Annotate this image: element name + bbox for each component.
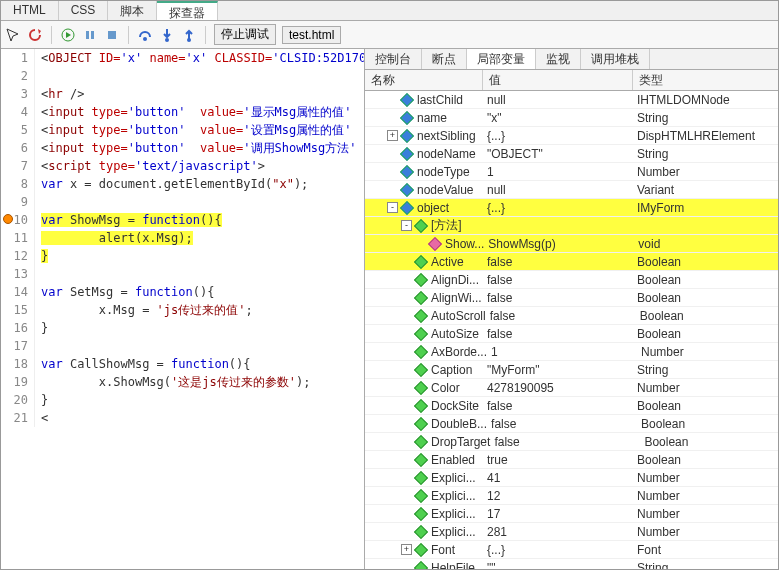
step-over-icon[interactable] [137, 27, 153, 43]
property-row[interactable]: DropTargetfalseBoolean [365, 433, 778, 451]
property-row[interactable]: Color4278190095Number [365, 379, 778, 397]
property-name: DockSite [431, 399, 479, 413]
property-name: object [417, 201, 449, 215]
step-into-icon[interactable] [159, 27, 175, 43]
header-type[interactable]: 类型 [633, 70, 778, 90]
property-row[interactable]: +Font{...}Font [365, 541, 778, 559]
property-row[interactable]: -[方法] [365, 217, 778, 235]
code-line[interactable]: 16} [1, 319, 364, 337]
property-row[interactable]: AutoSizefalseBoolean [365, 325, 778, 343]
expander-icon[interactable]: + [387, 130, 398, 141]
property-row[interactable]: AutoScrollfalseBoolean [365, 307, 778, 325]
code-line[interactable]: 7<script type='text/javascript'> [1, 157, 364, 175]
property-row[interactable]: AlignDi...falseBoolean [365, 271, 778, 289]
expander-icon[interactable]: - [387, 202, 398, 213]
play-icon[interactable] [60, 27, 76, 43]
code-line[interactable]: 13 [1, 265, 364, 283]
tab-script[interactable]: 脚本 [108, 1, 157, 20]
tab-locals[interactable]: 局部变量 [467, 49, 536, 69]
code-line[interactable]: 12} [1, 247, 364, 265]
expander-icon[interactable]: + [401, 544, 412, 555]
property-type: Font [633, 543, 778, 557]
property-value: "OBJECT" [483, 147, 633, 161]
file-button[interactable]: test.html [282, 26, 341, 44]
property-row[interactable]: AlignWi...falseBoolean [365, 289, 778, 307]
property-body[interactable]: lastChildnullIHTMLDOMNodename"x"String+n… [365, 91, 778, 569]
code-line[interactable]: 20} [1, 391, 364, 409]
property-row[interactable]: Show...ShowMsg(p)void [365, 235, 778, 253]
code-line[interactable]: 17 [1, 337, 364, 355]
code-line[interactable]: 2 [1, 67, 364, 85]
tab-callstack[interactable]: 调用堆栈 [581, 49, 650, 69]
code-text [35, 193, 364, 211]
property-type: IMyForm [633, 201, 778, 215]
property-icon [414, 452, 428, 466]
tab-watch[interactable]: 监视 [536, 49, 581, 69]
property-value: 4278190095 [483, 381, 633, 395]
property-row[interactable]: DockSitefalseBoolean [365, 397, 778, 415]
code-line[interactable]: 1<OBJECT ID='x' name='x' CLASSID='CLSID:… [1, 49, 364, 67]
tab-css[interactable]: CSS [59, 1, 109, 20]
stop-debug-button[interactable]: 停止调试 [214, 24, 276, 45]
property-name: Show... [445, 237, 484, 251]
property-row[interactable]: -object{...}IMyForm [365, 199, 778, 217]
code-line[interactable]: 8var x = document.getElementById("x"); [1, 175, 364, 193]
property-row[interactable]: HelpFile""String [365, 559, 778, 569]
refresh-icon[interactable] [27, 27, 43, 43]
code-line[interactable]: 10var ShowMsg = function(){ [1, 211, 364, 229]
breakpoint-icon[interactable] [3, 214, 13, 224]
property-row[interactable]: Explici...17Number [365, 505, 778, 523]
code-line[interactable]: 14var SetMsg = function(){ [1, 283, 364, 301]
stop-icon[interactable] [104, 27, 120, 43]
property-row[interactable]: nodeValuenullVariant [365, 181, 778, 199]
property-row[interactable]: Explici...12Number [365, 487, 778, 505]
code-line[interactable]: 11 alert(x.Msg); [1, 229, 364, 247]
property-row[interactable]: Caption"MyForm"String [365, 361, 778, 379]
pointer-icon[interactable] [5, 27, 21, 43]
step-out-icon[interactable] [181, 27, 197, 43]
header-name[interactable]: 名称 [365, 70, 483, 90]
code-line[interactable]: 6<input type='button' value='调用ShowMsg方法… [1, 139, 364, 157]
property-row[interactable]: Explici...41Number [365, 469, 778, 487]
tab-html[interactable]: HTML [1, 1, 59, 20]
pause-icon[interactable] [82, 27, 98, 43]
line-number: 9 [1, 193, 35, 211]
property-row[interactable]: ActivefalseBoolean [365, 253, 778, 271]
code-line[interactable]: 18var CallShowMsg = function(){ [1, 355, 364, 373]
tab-breakpoints[interactable]: 断点 [422, 49, 467, 69]
property-row[interactable]: EnabledtrueBoolean [365, 451, 778, 469]
property-row[interactable]: +nextSibling{...}DispHTMLHRElement [365, 127, 778, 145]
property-value: false [483, 327, 633, 341]
code-line[interactable]: 15 x.Msg = 'js传过来的值'; [1, 301, 364, 319]
property-row[interactable]: AxBorde...1Number [365, 343, 778, 361]
code-line[interactable]: 9 [1, 193, 364, 211]
code-line[interactable]: 4<input type='button' value='显示Msg属性的值' … [1, 103, 364, 121]
property-name: Explici... [431, 507, 476, 521]
code-line[interactable]: 5<input type='button' value='设置Msg属性的值' … [1, 121, 364, 139]
property-value: null [483, 93, 633, 107]
property-row[interactable]: nodeName"OBJECT"String [365, 145, 778, 163]
property-row[interactable]: nodeType1Number [365, 163, 778, 181]
code-line[interactable]: 3<hr /> [1, 85, 364, 103]
tab-inspector[interactable]: 探查器 [157, 1, 218, 20]
property-value: ShowMsg(p) [484, 237, 634, 251]
code-text: <input type='button' value='显示Msg属性的值' o… [35, 103, 364, 121]
property-value: false [487, 417, 637, 431]
tab-console[interactable]: 控制台 [365, 49, 422, 69]
property-icon [414, 254, 428, 268]
header-value[interactable]: 值 [483, 70, 633, 90]
expander-icon[interactable]: - [401, 220, 412, 231]
code-line[interactable]: 19 x.ShowMsg('这是js传过来的参数'); [1, 373, 364, 391]
property-row[interactable]: lastChildnullIHTMLDOMNode [365, 91, 778, 109]
property-name: Enabled [431, 453, 475, 467]
line-number: 18 [1, 355, 35, 373]
property-row[interactable]: DoubleB...falseBoolean [365, 415, 778, 433]
property-type: Boolean [633, 291, 778, 305]
property-name: nodeName [417, 147, 476, 161]
code-editor[interactable]: 1<OBJECT ID='x' name='x' CLASSID='CLSID:… [1, 49, 364, 569]
property-row[interactable]: Explici...281Number [365, 523, 778, 541]
line-number: 20 [1, 391, 35, 409]
property-row[interactable]: name"x"String [365, 109, 778, 127]
code-line[interactable]: 21< [1, 409, 364, 427]
property-name: Explici... [431, 471, 476, 485]
